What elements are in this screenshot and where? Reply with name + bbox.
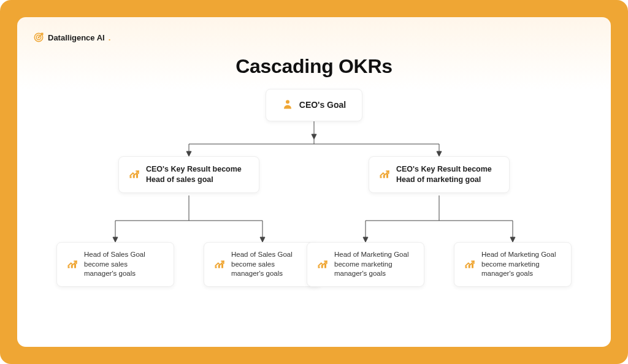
brand-name: Datalligence AI — [48, 33, 105, 42]
chart-icon — [464, 258, 475, 271]
node-head-of-sales: CEO's Key Result become Head of sales go… — [118, 156, 259, 193]
svg-marker-24 — [510, 237, 515, 242]
svg-point-25 — [286, 100, 289, 104]
node-ceo-goal: CEO's Goal — [266, 89, 362, 121]
node-label: Head of Marketing Goal become marketing … — [481, 250, 556, 279]
outer-frame: Datalligence AI. Cascading OKRs — [0, 0, 628, 364]
chart-icon — [67, 258, 78, 271]
svg-rect-41 — [465, 266, 467, 268]
svg-rect-38 — [318, 266, 320, 268]
node-sales-manager-1: Head of Sales Goal become sales manager'… — [56, 242, 174, 287]
svg-rect-39 — [321, 265, 323, 268]
svg-rect-43 — [472, 264, 473, 268]
svg-rect-42 — [469, 265, 470, 268]
node-head-of-marketing: CEO's Key Result become Head of marketin… — [369, 156, 510, 193]
svg-rect-30 — [383, 175, 385, 178]
node-label: CEO's Key Result become Head of marketin… — [396, 164, 492, 185]
node-marketing-manager-1: Head of Marketing Goal become marketing … — [307, 242, 424, 287]
svg-rect-40 — [324, 264, 326, 268]
diagram-title: Cascading OKRs — [29, 55, 599, 78]
node-label: Head of Marketing Goal become marketing … — [334, 250, 408, 279]
brand-accent-dot: . — [109, 33, 111, 42]
node-label: CEO's Goal — [299, 99, 346, 111]
chart-icon — [379, 168, 390, 181]
node-label: Head of Sales Goal become sales manager'… — [231, 250, 293, 279]
node-sales-manager-2: Head of Sales Goal become sales manager'… — [204, 242, 321, 287]
svg-rect-28 — [136, 173, 138, 178]
svg-marker-7 — [186, 151, 191, 156]
inner-panel: Datalligence AI. Cascading OKRs — [17, 17, 611, 347]
svg-marker-22 — [363, 237, 368, 242]
node-label: CEO's Key Result become Head of sales go… — [146, 164, 242, 185]
node-label: Head of Sales Goal become sales manager'… — [84, 250, 145, 279]
svg-rect-27 — [133, 175, 135, 178]
svg-rect-36 — [218, 265, 220, 268]
svg-rect-35 — [215, 266, 217, 268]
target-icon — [33, 32, 44, 43]
chart-icon — [129, 168, 140, 181]
brand-logo: Datalligence AI. — [33, 32, 110, 43]
svg-rect-29 — [380, 176, 382, 178]
person-icon — [282, 98, 293, 112]
svg-rect-33 — [71, 265, 73, 268]
svg-marker-9 — [437, 151, 442, 156]
svg-rect-34 — [74, 264, 76, 268]
chart-icon — [214, 258, 225, 271]
svg-marker-4 — [312, 134, 316, 139]
svg-rect-26 — [130, 176, 132, 178]
svg-rect-37 — [221, 264, 223, 268]
svg-rect-32 — [68, 266, 70, 268]
okr-diagram: CEO's Goal CEO's Key Result become Head … — [29, 89, 599, 309]
svg-marker-15 — [113, 237, 118, 242]
node-marketing-manager-2: Head of Marketing Goal become marketing … — [454, 242, 572, 287]
svg-rect-31 — [386, 173, 388, 178]
svg-marker-17 — [260, 237, 265, 242]
chart-icon — [317, 258, 328, 271]
